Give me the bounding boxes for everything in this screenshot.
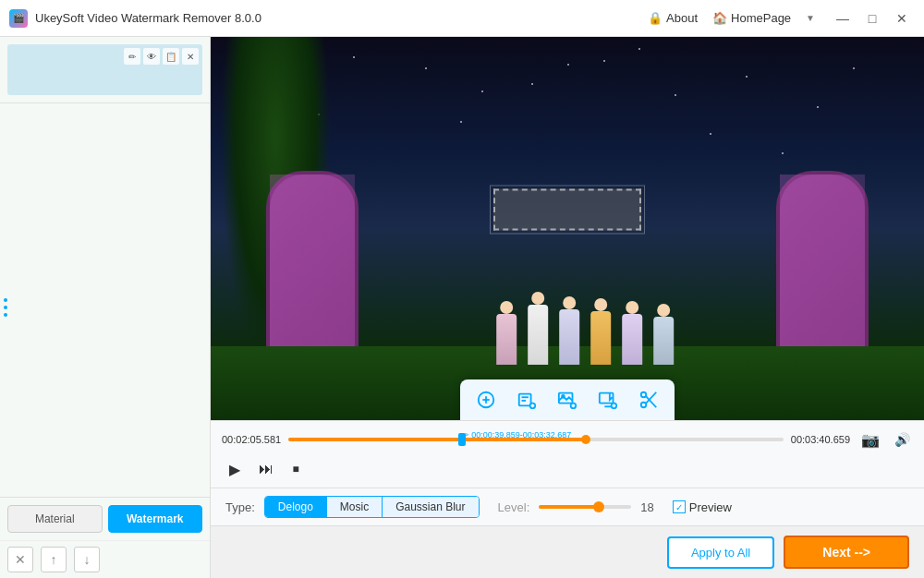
preview-label: Preview [689, 500, 732, 514]
gaussian-blur-button[interactable]: Gaussian Blur [383, 497, 478, 517]
maximize-button[interactable]: □ [859, 6, 885, 31]
level-handle[interactable] [593, 501, 604, 512]
panel-dot-1 [4, 298, 7, 302]
copy-tool-button[interactable]: 📋 [163, 48, 179, 65]
door-left-decoration [266, 171, 359, 374]
clip-marker-label: ✏ 00:00:39.859-00:03:32.687 [462, 430, 572, 440]
export-frame-tool[interactable] [591, 383, 625, 416]
preview-checkbox[interactable]: ✓ [673, 500, 686, 513]
move-up-button[interactable]: ↑ [41, 547, 67, 572]
panel-dot-3 [4, 313, 7, 317]
thumb-tools: ✏ 👁 📋 ✕ [124, 48, 199, 65]
action-bar: Apply to All Next --> [211, 525, 924, 578]
volume-icon[interactable]: 🔊 [891, 428, 913, 451]
figure-5 [622, 301, 642, 365]
figure-2 [528, 292, 548, 365]
next-button[interactable]: Next --> [784, 536, 909, 569]
figure-6 [653, 304, 674, 365]
options-bar: Type: Delogo Mosic Gaussian Blur Level: … [211, 488, 924, 525]
apply-to-all-button[interactable]: Apply to All [667, 536, 774, 569]
main-layout: ✏ 👁 📋 ✕ Material Watermark ✕ ↑ ↓ [0, 37, 924, 578]
video-section: 00:02:05.581 ✏ 00:00:39.859-00:03:32.687… [211, 37, 924, 578]
homepage-label: HomePage [731, 11, 791, 25]
current-time: 00:02:05.581 [222, 434, 281, 445]
clip-marker-handle[interactable] [458, 433, 466, 446]
watermark-selection-box[interactable] [493, 188, 641, 230]
app-icon: 🎬 [9, 9, 28, 28]
about-label: About [666, 11, 698, 25]
screenshot-icon[interactable]: 📷 [857, 427, 883, 452]
eye-tool-button[interactable]: 👁 [143, 48, 160, 65]
panel-dot-2 [4, 306, 7, 309]
timeline-row: 00:02:05.581 ✏ 00:00:39.859-00:03:32.687… [222, 427, 913, 452]
play-next-button[interactable]: ⏭ [253, 456, 279, 482]
stop-button[interactable]: ■ [285, 458, 307, 480]
title-bar: 🎬 UkeySoft Video Watermark Remover 8.0.0… [0, 0, 924, 37]
svg-point-10 [562, 395, 565, 398]
panel-toggle[interactable] [0, 298, 11, 317]
about-link[interactable]: 🔒 About [648, 11, 698, 25]
end-time: 00:03:40.659 [791, 434, 850, 445]
tool-panel-bg [460, 379, 675, 420]
move-down-button[interactable]: ↓ [74, 547, 100, 572]
timeline-handle[interactable] [581, 435, 590, 444]
title-bar-nav: 🔒 About 🏠 HomePage ▼ [648, 11, 815, 25]
edit-tool-button[interactable]: ✏ [124, 48, 140, 65]
dropdown-arrow-icon[interactable]: ▼ [806, 13, 815, 23]
playback-row: ▶ ⏭ ■ [222, 456, 913, 482]
minimize-button[interactable]: — [830, 6, 856, 31]
tool-panel [460, 379, 675, 420]
sidebar-content [0, 103, 210, 497]
figure-3 [559, 296, 579, 365]
timeline-container[interactable]: ✏ 00:00:39.859-00:03:32.687 [288, 430, 784, 449]
figure-1 [496, 301, 517, 365]
door-right-decoration [776, 171, 869, 374]
delete-item-button[interactable]: ✕ [7, 547, 33, 572]
app-title: UkeySoft Video Watermark Remover 8.0.0 [35, 11, 261, 25]
controls-bar: 00:02:05.581 ✏ 00:00:39.859-00:03:32.687… [211, 420, 924, 488]
figure-4 [590, 298, 611, 365]
add-region-tool[interactable] [469, 383, 503, 416]
timeline-track[interactable]: ✏ 00:00:39.859-00:03:32.687 [288, 438, 784, 441]
mosic-button[interactable]: Mosic [327, 497, 383, 517]
text-add-tool[interactable] [510, 383, 543, 416]
sidebar-tabs: Material Watermark [0, 497, 210, 540]
material-tab[interactable]: Material [7, 505, 103, 533]
sidebar-top: ✏ 👁 📋 ✕ [0, 37, 210, 103]
figures-decoration [496, 292, 674, 365]
sidebar-actions: ✕ ↑ ↓ [0, 540, 210, 578]
sidebar: ✏ 👁 📋 ✕ Material Watermark ✕ ↑ ↓ [0, 37, 211, 578]
scissors-tool[interactable] [632, 383, 665, 416]
window-controls: — □ ✕ [830, 6, 915, 31]
watermark-tab[interactable]: Watermark [108, 505, 203, 533]
level-value: 18 [640, 500, 653, 514]
close-button[interactable]: ✕ [889, 6, 915, 31]
home-icon: 🏠 [712, 11, 727, 25]
title-bar-left: 🎬 UkeySoft Video Watermark Remover 8.0.0 [9, 9, 261, 28]
level-row: Level: 18 [498, 500, 654, 514]
level-label: Level: [498, 500, 530, 514]
preview-option: ✓ Preview [673, 500, 732, 514]
delogo-button[interactable]: Delogo [265, 497, 327, 517]
sidebar-thumbnail: ✏ 👁 📋 ✕ [7, 44, 202, 95]
type-buttons: Delogo Mosic Gaussian Blur [264, 496, 480, 518]
video-player[interactable] [211, 37, 924, 420]
type-label: Type: [225, 500, 255, 514]
close-tool-button[interactable]: ✕ [182, 48, 199, 65]
title-bar-right: 🔒 About 🏠 HomePage ▼ — □ ✕ [648, 6, 915, 31]
image-add-tool[interactable] [551, 383, 584, 416]
lock-icon: 🔒 [648, 11, 663, 25]
type-option-group: Type: Delogo Mosic Gaussian Blur [225, 496, 480, 518]
play-button[interactable]: ▶ [222, 456, 248, 482]
video-background [211, 37, 924, 420]
level-slider[interactable] [539, 505, 631, 509]
homepage-link[interactable]: 🏠 HomePage [712, 11, 791, 25]
